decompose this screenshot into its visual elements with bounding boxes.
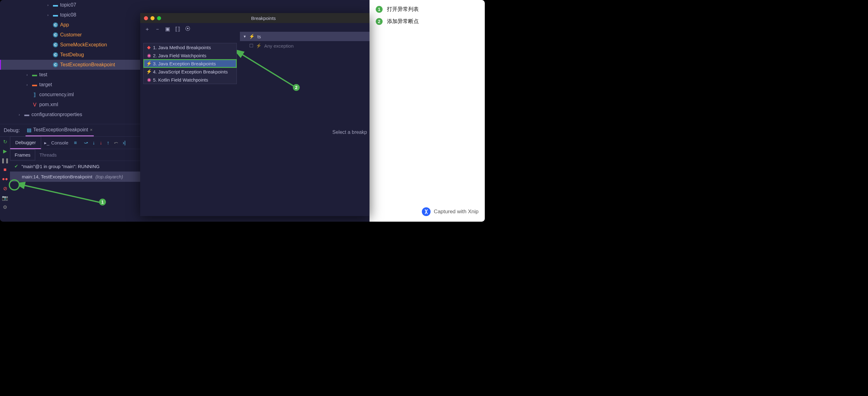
capture-text: Captured with Xnip: [434, 208, 478, 215]
lightning-icon: ⚡: [147, 61, 151, 66]
config-name: TestExceptionBreakpoint: [33, 127, 88, 133]
checkbox-icon[interactable]: ☐: [249, 43, 253, 48]
menu-kotlin-field-wp[interactable]: ◉ 5. Kotlin Field Watchpoints: [144, 76, 237, 84]
tree-label: topic07: [60, 2, 76, 8]
minimize-window-icon[interactable]: [151, 16, 155, 20]
tab-threads[interactable]: Threads: [35, 150, 61, 160]
step-out-icon[interactable]: ↑: [107, 140, 110, 146]
camera-icon[interactable]: 📷: [2, 195, 8, 201]
tree-label: concurrency.iml: [39, 92, 74, 97]
remove-breakpoint-icon[interactable]: －: [155, 26, 160, 33]
debug-label: Debug:: [4, 128, 20, 133]
annotation-panel: 1 打开异常列表 2 添加异常断点 Captured with Xnip: [370, 0, 485, 222]
step-into-icon[interactable]: ↓: [93, 140, 95, 146]
rerun-icon[interactable]: ↻: [2, 138, 8, 145]
menu-java-method-bp[interactable]: ◆ 1. Java Method Breakpoints: [144, 43, 237, 52]
class-icon: C: [53, 62, 58, 68]
menu-js-exception-bp[interactable]: ⚡ 4. JavaScript Exception Breakpoints: [144, 68, 237, 76]
dialog-content: ▼ ⚡ ts ☐ ⚡ Any exception: [240, 32, 370, 216]
run-to-cursor-icon[interactable]: ›|: [123, 140, 126, 146]
tree-label: App: [60, 22, 69, 28]
breakpoint-type-menu[interactable]: ◆ 1. Java Method Breakpoints ◉ 2. Java F…: [143, 43, 237, 84]
dialog-hint: Select a breakp: [333, 130, 367, 135]
eye-icon: ◉: [147, 77, 151, 82]
mute-breakpoints-icon[interactable]: ⊘: [2, 185, 8, 192]
diamond-icon: ◆: [147, 44, 151, 50]
close-window-icon[interactable]: [144, 16, 148, 20]
badge-2: 2: [376, 18, 382, 25]
frame-text: main:14, TestExceptionBreakpoint: [22, 174, 93, 179]
view-breakpoints-icon[interactable]: ●●: [2, 176, 8, 182]
tab-console[interactable]: ▸_ Console: [41, 140, 71, 146]
class-icon: C: [53, 22, 58, 28]
lightning-icon: ⚡: [147, 69, 151, 74]
class-icon: C: [53, 42, 58, 47]
close-icon[interactable]: ×: [90, 127, 93, 132]
folder-icon: ▬: [24, 112, 30, 118]
tree-label: test: [39, 72, 48, 77]
tree-label: target: [39, 82, 52, 88]
tree-label: configurationproperties: [31, 112, 82, 118]
drop-frame-icon[interactable]: ⤺: [114, 140, 118, 146]
run-config-icon: ▤: [27, 127, 31, 133]
folder-icon: ▬: [53, 12, 58, 18]
console-icon: ▸_: [44, 140, 49, 146]
overlay-badge-2: 2: [293, 84, 300, 91]
menu-java-field-wp[interactable]: ◉ 2. Java Field Watchpoints: [144, 52, 237, 60]
layout-icon[interactable]: ≡: [71, 140, 79, 146]
tab-frames[interactable]: Frames: [10, 150, 35, 160]
chevron-right-icon: ›: [19, 113, 23, 117]
bp-category-ts: ts: [257, 34, 261, 39]
tree-label: Customer: [60, 32, 82, 38]
menu-java-exception-bp[interactable]: ⚡ 3. Java Exception Breakpoints: [144, 60, 237, 68]
tree-label: pom.xml: [39, 102, 58, 107]
bp-any-exception: Any exception: [264, 43, 293, 48]
debug-controls: ↻ ▶ ❚❚ ■ ●● ⊘ 📷 ⚙: [0, 137, 10, 222]
group-by-file-icon[interactable]: ⟦⟧: [175, 26, 180, 32]
group-by-icon[interactable]: ▣: [165, 26, 170, 32]
xnip-icon: [422, 207, 431, 216]
frame-package: (top.dayarch): [96, 174, 123, 179]
chevron-right-icon: ›: [27, 73, 30, 76]
dialog-title: Breakpoints: [161, 15, 366, 21]
file-icon: ⟧: [32, 92, 37, 97]
capture-watermark: Captured with Xnip: [376, 207, 478, 216]
settings-icon[interactable]: ⚙: [2, 204, 8, 210]
menu-label: 5. Kotlin Field Watchpoints: [153, 77, 208, 82]
add-breakpoint-icon[interactable]: ＋: [145, 26, 150, 33]
overlay-badge-1: 1: [99, 199, 106, 205]
tree-label: topic08: [60, 12, 76, 18]
folder-icon: ▬: [32, 82, 37, 88]
tab-debugger[interactable]: Debugger: [10, 136, 41, 149]
debug-config-tab[interactable]: ▤ TestExceptionBreakpoint ×: [26, 125, 94, 136]
tree-label: TestExceptionBreakpoint: [60, 62, 115, 68]
maximize-window-icon[interactable]: [157, 16, 161, 20]
breakpoints-dialog[interactable]: Breakpoints ＋ － ▣ ⟦⟧ ⦿ ▼ ⚡ ts ☐ ⚡ Any ex…: [140, 13, 370, 216]
highlight-circle-1: [9, 179, 20, 191]
pause-icon[interactable]: ❚❚: [2, 157, 8, 163]
bp-category-row[interactable]: ▼ ⚡ ts: [240, 32, 370, 41]
step-over-icon[interactable]: ⤻: [84, 140, 88, 146]
stop-icon[interactable]: ■: [2, 167, 8, 173]
chevron-right-icon: ›: [27, 83, 30, 87]
menu-label: 4. JavaScript Exception Breakpoints: [153, 69, 228, 74]
class-icon: C: [53, 32, 58, 38]
tree-item-topic07[interactable]: › ▬ topic07: [0, 0, 370, 10]
thread-status: "main"@1 in group "main": RUNNING: [22, 164, 100, 169]
traffic-lights: [144, 16, 161, 20]
badge-1: 1: [376, 6, 382, 13]
dialog-titlebar[interactable]: Breakpoints: [140, 13, 370, 23]
folder-icon: ▬: [32, 72, 37, 77]
class-icon: C: [53, 52, 58, 58]
menu-label: 1. Java Method Breakpoints: [153, 45, 211, 50]
tree-label: TestDebug: [60, 52, 84, 58]
chevron-right-icon: ›: [48, 13, 51, 17]
bp-any-exception-row[interactable]: ☐ ⚡ Any exception: [240, 41, 370, 51]
group-by-class-icon[interactable]: ⦿: [185, 26, 190, 32]
resume-icon[interactable]: ▶: [2, 148, 8, 154]
force-step-into-icon[interactable]: ↓: [100, 140, 102, 146]
menu-label: 3. Java Exception Breakpoints: [153, 61, 216, 66]
menu-label: 2. Java Field Watchpoints: [153, 53, 206, 58]
check-icon: ✔: [14, 163, 19, 169]
maven-icon: Ⅴ: [32, 102, 37, 107]
